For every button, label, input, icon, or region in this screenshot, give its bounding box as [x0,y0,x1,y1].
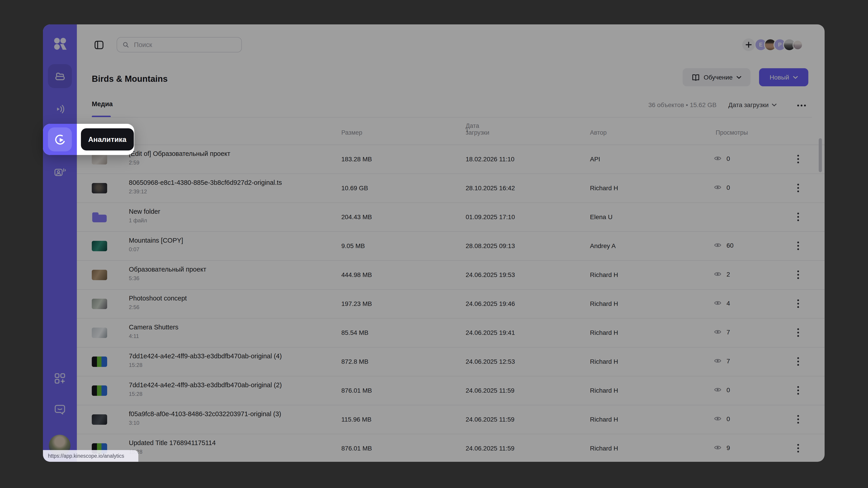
link-preview-statusbar: https://app.kinescope.io/analytics [43,450,138,462]
analytics-icon [54,133,66,146]
dim-overlay [0,0,868,488]
analytics-spotlight: Аналитика [43,124,134,155]
analytics-tooltip: Аналитика [81,128,133,151]
link-preview-url: https://app.kinescope.io/analytics [48,453,124,459]
analytics-icon-chip [48,127,72,151]
screen: E P Birds & Mountains Обучение Новый Мед… [0,0,868,488]
sidebar-item-analytics[interactable] [43,124,77,155]
